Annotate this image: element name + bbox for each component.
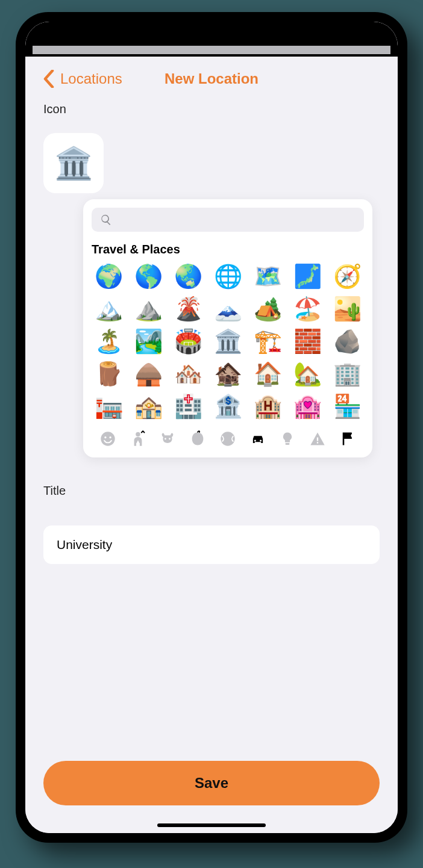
emoji-option[interactable]: 🌏 [171,265,205,288]
emoji-option[interactable]: 🌎 [131,265,165,288]
emoji-tab-animals[interactable] [157,429,178,449]
emoji-option[interactable]: 🪨 [330,330,364,353]
nav-bar: Locations New Location [43,57,380,102]
emoji-category-tabs [92,429,364,449]
device-screen: Locations New Location Icon 🏛️ Travel & … [25,22,398,833]
emoji-option[interactable]: 🏪 [330,395,364,418]
svg-point-4 [165,438,167,440]
emoji-tab-flags[interactable] [337,429,358,449]
page-content: Locations New Location Icon 🏛️ Travel & … [25,57,398,833]
emoji-option[interactable]: 🏥 [171,395,205,418]
emoji-option[interactable]: 🏩 [290,395,324,418]
emoji-option[interactable]: 🛖 [131,362,165,385]
spacer [43,564,380,761]
selected-icon-preview[interactable]: 🏛️ [43,133,104,193]
emoji-option[interactable]: 🏣 [92,395,125,418]
emoji-option[interactable]: 🏖️ [290,297,324,320]
emoji-option[interactable]: 🏜️ [330,297,364,320]
search-icon [100,214,112,226]
save-button[interactable]: Save [43,761,380,805]
emoji-option[interactable]: 🏢 [330,362,364,385]
emoji-tab-smileys[interactable] [98,429,118,449]
svg-point-6 [221,432,234,445]
svg-point-3 [136,432,140,436]
device-frame: Locations New Location Icon 🏛️ Travel & … [16,12,407,843]
emoji-option[interactable]: 🌋 [171,297,205,320]
emoji-option[interactable]: 🗾 [290,265,324,288]
emoji-option[interactable]: 🏞️ [131,330,165,353]
emoji-option[interactable]: 🏛️ [211,330,245,353]
page-title: New Location [164,70,258,87]
status-bar-placeholder [33,46,390,54]
svg-point-7 [254,439,256,441]
emoji-grid: 🌍🌎🌏🌐🗺️🗾🧭🏔️⛰️🌋🗻🏕️🏖️🏜️🏝️🏞️🏟️🏛️🏗️🧱🪨🪵🛖🏘️🏚️🏠🏡… [92,265,364,418]
emoji-category-label: Travel & Places [92,243,364,256]
emoji-option[interactable]: 🪵 [92,362,125,385]
emoji-option[interactable]: 🏨 [251,395,284,418]
selected-icon-emoji: 🏛️ [54,145,93,182]
emoji-option[interactable]: 🌐 [211,265,245,288]
emoji-option[interactable]: 🌍 [92,265,125,288]
svg-rect-10 [317,438,318,441]
svg-point-0 [101,432,114,445]
emoji-option[interactable]: ⛰️ [131,297,165,320]
title-input[interactable] [43,525,380,564]
emoji-tab-food[interactable] [187,429,208,449]
emoji-option[interactable]: 🧭 [330,265,364,288]
chevron-left-icon [43,70,54,88]
emoji-option[interactable]: 🏠 [251,362,284,385]
emoji-option[interactable]: 🗺️ [251,265,284,288]
emoji-option[interactable]: 🏔️ [92,297,125,320]
emoji-option[interactable]: 🏝️ [92,330,125,353]
emoji-tab-objects[interactable] [277,429,298,449]
title-section-label: Title [43,484,380,498]
status-bar-area [25,22,398,57]
emoji-search-input[interactable] [117,214,356,226]
emoji-option[interactable]: 🏘️ [171,362,205,385]
emoji-tab-activity[interactable] [218,429,238,449]
save-button-label: Save [195,775,228,791]
emoji-option[interactable]: 🏟️ [171,330,205,353]
emoji-picker: Travel & Places 🌍🌎🌏🌐🗺️🗾🧭🏔️⛰️🌋🗻🏕️🏖️🏜️🏝️🏞️… [83,199,372,457]
back-button[interactable]: Locations [43,70,122,88]
home-indicator [157,823,266,827]
svg-point-2 [109,436,111,438]
emoji-tab-people[interactable] [128,429,148,449]
emoji-option[interactable]: 🏚️ [211,362,245,385]
emoji-option[interactable]: 🏦 [211,395,245,418]
emoji-option[interactable]: 🏕️ [251,297,284,320]
emoji-option[interactable]: 🏤 [131,395,165,418]
svg-point-1 [104,436,106,438]
emoji-search-row[interactable] [92,208,364,232]
emoji-option[interactable]: 🗻 [211,297,245,320]
svg-rect-9 [286,443,290,445]
emoji-option[interactable]: 🏗️ [251,330,284,353]
svg-rect-11 [317,442,318,443]
emoji-tab-travel[interactable] [248,429,268,449]
emoji-option[interactable]: 🧱 [290,330,324,353]
svg-point-8 [260,439,262,441]
emoji-tab-symbols[interactable] [307,429,328,449]
svg-point-5 [169,438,171,440]
back-label: Locations [60,70,122,87]
title-section: Title [43,484,380,564]
icon-section-label: Icon [43,102,380,116]
emoji-option[interactable]: 🏡 [290,362,324,385]
